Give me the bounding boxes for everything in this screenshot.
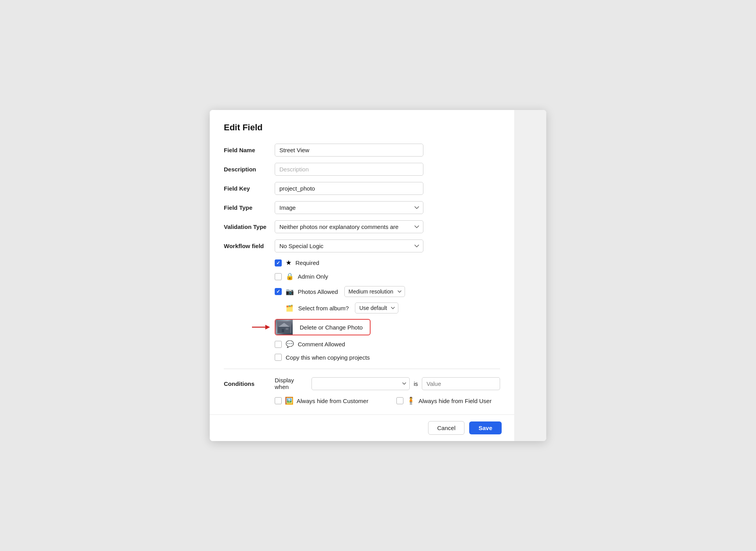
hide-field-user-label: Always hide from Field User <box>418 398 491 404</box>
value-input[interactable] <box>422 377 500 390</box>
dialog-footer: Cancel Save <box>210 414 514 441</box>
field-key-row: Field Key <box>224 182 500 195</box>
select-album-row: 🗂️ Select from album? Use default Yes No <box>286 303 500 313</box>
photo-resolution-select[interactable]: Medium resolution Low resolution High re… <box>344 286 405 297</box>
save-button[interactable]: Save <box>469 421 502 434</box>
album-icon: 🗂️ <box>286 304 293 312</box>
comment-allowed-checkbox[interactable] <box>275 341 282 348</box>
svg-marker-1 <box>265 325 270 330</box>
dialog-title: Edit Field <box>224 122 500 133</box>
edit-field-dialog: Edit Field Field Name Description Field … <box>210 110 546 441</box>
arrow-indicator <box>251 322 271 332</box>
field-key-label: Field Key <box>224 185 275 192</box>
display-when-label: Display when <box>275 377 305 390</box>
hide-field-user-checkbox[interactable] <box>396 397 403 404</box>
cancel-button[interactable]: Cancel <box>428 421 464 435</box>
is-label: is <box>414 380 418 387</box>
field-key-input[interactable] <box>275 182 423 195</box>
field-name-row: Field Name <box>224 144 500 157</box>
camera-icon: 📷 <box>286 288 294 296</box>
copy-projects-row: Copy this when copying projects <box>275 354 500 361</box>
admin-only-row: 🔒 Admin Only <box>275 272 500 281</box>
validation-type-row: Validation Type Neither photos nor expla… <box>224 220 500 233</box>
photo-button-row: Delete or Change Photo <box>275 319 500 335</box>
svg-rect-6 <box>286 328 288 330</box>
field-type-select[interactable]: Image Text Number <box>275 201 423 214</box>
required-row: ★ Required <box>275 259 500 267</box>
delete-change-photo-button[interactable]: Delete or Change Photo <box>275 319 371 335</box>
thumb-image-icon <box>277 321 291 333</box>
validation-type-select[interactable]: Neither photos nor explanatory comments … <box>275 220 423 233</box>
admin-only-checkbox[interactable] <box>275 273 282 280</box>
field-name-label: Field Name <box>224 147 275 153</box>
photos-allowed-label: Photos Allowed <box>298 288 338 295</box>
comment-allowed-label: Comment Allowed <box>298 341 345 348</box>
conditions-section: Conditions Display when is 🖼️ Always hid… <box>224 377 500 405</box>
checkboxes-section: ★ Required 🔒 Admin Only 📷 Photos Allowed <box>275 259 500 313</box>
delete-change-photo-label: Delete or Change Photo <box>293 324 370 331</box>
field-type-label: Field Type <box>224 204 275 211</box>
hide-customer-label: Always hide from Customer <box>297 398 368 404</box>
validation-type-label: Validation Type <box>224 223 275 230</box>
select-album-select[interactable]: Use default Yes No <box>355 303 398 313</box>
conditions-label: Conditions <box>224 380 275 387</box>
field-name-input[interactable] <box>275 144 423 157</box>
conditions-row: Conditions Display when is <box>224 377 500 390</box>
comment-icon: 💬 <box>286 340 294 348</box>
required-label: Required <box>295 259 319 266</box>
workflow-field-label: Workflow field <box>224 243 275 249</box>
photos-allowed-row: 📷 Photos Allowed Medium resolution Low r… <box>275 286 500 297</box>
workflow-field-select[interactable]: No Special Logic Start Complete <box>275 239 423 252</box>
hide-customer-checkbox[interactable] <box>275 397 282 404</box>
hide-options-row: 🖼️ Always hide from Customer 🧍 Always hi… <box>275 396 500 405</box>
admin-only-icon: 🔒 <box>286 272 294 281</box>
description-input[interactable] <box>275 163 423 176</box>
hide-field-user-option: 🧍 Always hide from Field User <box>396 396 491 405</box>
svg-rect-5 <box>282 329 284 332</box>
admin-only-label: Admin Only <box>298 273 328 280</box>
comment-allowed-row: 💬 Comment Allowed <box>275 340 500 348</box>
photos-allowed-checkbox[interactable] <box>275 288 282 295</box>
right-panel <box>514 110 546 441</box>
display-when-select[interactable] <box>311 377 410 390</box>
description-label: Description <box>224 166 275 173</box>
description-row: Description <box>224 163 500 176</box>
copy-projects-label: Copy this when copying projects <box>286 354 370 361</box>
workflow-field-row: Workflow field No Special Logic Start Co… <box>224 239 500 252</box>
hide-customer-option: 🖼️ Always hide from Customer <box>275 396 368 405</box>
required-checkbox[interactable] <box>275 259 282 266</box>
divider <box>224 369 500 369</box>
comment-copy-section: 💬 Comment Allowed Copy this when copying… <box>275 340 500 361</box>
hide-field-user-icon: 🧍 <box>407 396 415 405</box>
copy-projects-checkbox[interactable] <box>275 354 282 361</box>
photo-thumbnail <box>275 320 293 335</box>
required-star-icon: ★ <box>286 259 292 267</box>
hide-customer-icon: 🖼️ <box>285 396 293 405</box>
select-album-label: Select from album? <box>298 305 349 312</box>
field-type-row: Field Type Image Text Number <box>224 201 500 214</box>
